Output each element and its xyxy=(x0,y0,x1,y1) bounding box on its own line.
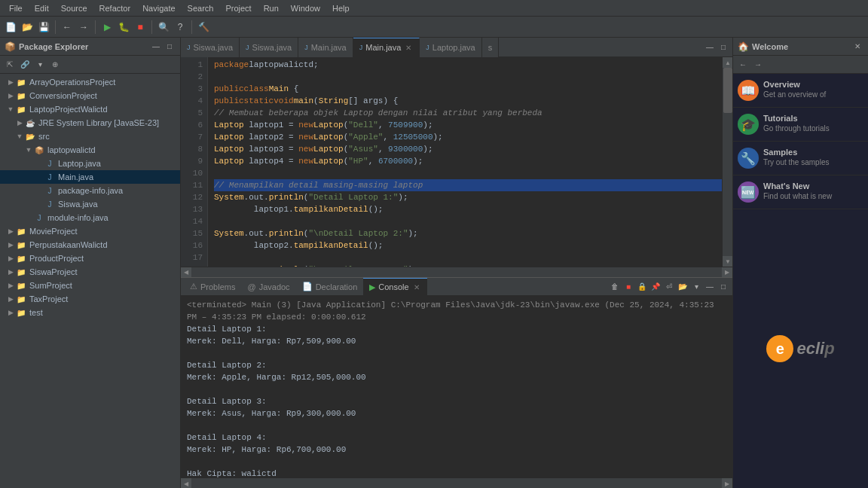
console-clear-btn[interactable]: 🗑 xyxy=(609,281,621,293)
console-pin-btn[interactable]: 📌 xyxy=(649,281,662,293)
tab-s[interactable]: s xyxy=(482,38,500,57)
toolbar-open[interactable]: 📂 xyxy=(20,20,35,35)
menu-edit[interactable]: Edit xyxy=(29,2,55,14)
console-scroll-lock-btn[interactable]: 🔒 xyxy=(636,281,648,293)
welcome-back-btn[interactable]: ← xyxy=(736,58,750,72)
scrollbar-down-btn[interactable]: ▼ xyxy=(723,256,732,267)
editor-maximize-btn[interactable]: □ xyxy=(717,41,729,53)
tree-item-main-java[interactable]: J Main.java xyxy=(0,170,180,184)
tab-siswa-java-2[interactable]: J Siswa.java xyxy=(240,38,298,57)
tree-item-jre[interactable]: ▶ ☕ JRE System Library [JavaSE-23] xyxy=(0,116,180,130)
console-minimize-btn[interactable]: — xyxy=(704,281,716,293)
tab-declaration[interactable]: 📄 Declaration xyxy=(296,278,364,296)
menu-file[interactable]: File xyxy=(3,2,29,14)
code-line-8: Laptop laptop3 = new Laptop("Asus", 9300… xyxy=(214,143,722,155)
welcome-forward-btn[interactable]: → xyxy=(751,58,765,72)
console-content[interactable]: <terminated> Main (3) [Java Application]… xyxy=(181,296,732,477)
menu-project[interactable]: Project xyxy=(219,2,257,14)
tree-item-siswa-java[interactable]: J Siswa.java xyxy=(0,197,180,211)
menu-refactor[interactable]: Refactor xyxy=(93,2,137,14)
menu-run[interactable]: Run xyxy=(258,2,285,14)
editor-scrollbar[interactable]: ▲ ▼ xyxy=(722,57,732,267)
scrollbar-thumb[interactable] xyxy=(723,68,732,113)
tab-main-java-2[interactable]: J Main.java ✕ xyxy=(353,38,420,57)
panel-maximize[interactable]: □ xyxy=(164,41,176,53)
welcome-close-btn[interactable]: ✕ xyxy=(851,41,863,53)
tree-item-module-info[interactable]: J module-info.java xyxy=(0,211,180,224)
welcome-item-samples[interactable]: 🔧 Samples Try out the samples xyxy=(733,142,868,175)
console-maximize-btn[interactable]: □ xyxy=(717,281,729,293)
menu-search[interactable]: Search xyxy=(182,2,220,14)
tree-label-array: ArrayOperationsProject xyxy=(29,78,115,87)
tree-item-movie-project[interactable]: ▶ 📁 MovieProject xyxy=(0,224,180,238)
toolbar-sep-4 xyxy=(191,20,192,34)
toolbar-debug[interactable]: 🐛 xyxy=(116,20,131,35)
tree-item-laptop-project[interactable]: ▼ 📁 LaptopProjectWalictd xyxy=(0,102,180,116)
toolbar-search[interactable]: 🔍 xyxy=(156,20,171,35)
console-select-display-btn[interactable]: ▾ xyxy=(690,281,702,293)
welcome-whats-new-desc: Find out what is new xyxy=(763,191,832,201)
collapse-all-btn[interactable]: ⇱ xyxy=(3,58,17,72)
welcome-item-overview[interactable]: 📖 Overview Get an overview of xyxy=(733,74,868,108)
editor-minimize-btn[interactable]: — xyxy=(704,41,716,53)
console-h-scroll[interactable]: ◀ ▶ xyxy=(181,477,732,488)
toolbar-save[interactable]: 💾 xyxy=(36,20,51,35)
java-icon-laptop: J xyxy=(44,158,56,169)
link-editor-btn[interactable]: 🔗 xyxy=(18,58,32,72)
toolbar-new[interactable]: 📄 xyxy=(3,20,18,35)
h-scroll-left-btn[interactable]: ◀ xyxy=(181,267,191,278)
toolbar-forward[interactable]: → xyxy=(76,20,91,35)
tree-item-product-project[interactable]: ▶ 📁 ProductProject xyxy=(0,252,180,265)
tree-item-siswa-project[interactable]: ▶ 📁 SiswaProject xyxy=(0,265,180,279)
tab-javadoc[interactable]: @ Javadoc xyxy=(241,278,295,296)
console-h-scroll-left[interactable]: ◀ xyxy=(181,478,191,488)
expand-btn[interactable]: ⊕ xyxy=(48,58,62,72)
tree-item-tax-project[interactable]: ▶ 📁 TaxProject xyxy=(0,292,180,306)
console-word-wrap-btn[interactable]: ⏎ xyxy=(663,281,675,293)
toolbar-build[interactable]: 🔨 xyxy=(196,20,211,35)
editor-h-scrollbar[interactable]: ◀ ▶ xyxy=(181,267,732,277)
tree-item-array-project[interactable]: ▶ 📁 ArrayOperationsProject xyxy=(0,75,180,89)
menu-source[interactable]: Source xyxy=(55,2,93,14)
view-menu-btn[interactable]: ▾ xyxy=(33,58,47,72)
tab-close-console[interactable]: ✕ xyxy=(412,283,421,291)
toolbar-run[interactable]: ▶ xyxy=(99,20,115,35)
toolbar-help[interactable]: ? xyxy=(173,20,188,35)
code-line-1: package laptopwalictd; xyxy=(214,59,722,71)
menu-help[interactable]: Help xyxy=(326,2,356,14)
welcome-item-whats-new[interactable]: 🆕 What's New Find out what is new xyxy=(733,175,868,209)
toolbar-stop[interactable]: ■ xyxy=(133,20,148,35)
tree-item-sum-project[interactable]: ▶ 📁 SumProject xyxy=(0,279,180,292)
console-output-line-7: Detail Laptop 3: xyxy=(187,395,726,407)
tab-main-java-1[interactable]: J Main.java xyxy=(298,38,353,57)
tree-item-laptopwalictd[interactable]: ▼ 📦 laptopwalictd xyxy=(0,143,180,157)
package-icon: 📦 xyxy=(33,145,45,155)
panel-minimize[interactable]: — xyxy=(150,41,162,53)
tree-item-conversion-project[interactable]: ▶ 📁 ConversionProject xyxy=(0,89,180,102)
h-scroll-right-btn[interactable]: ▶ xyxy=(722,267,732,278)
java-icon-siswa: J xyxy=(44,199,56,209)
scrollbar-up-btn[interactable]: ▲ xyxy=(723,57,732,68)
tab-laptop-java[interactable]: J Laptop.java xyxy=(420,38,481,57)
console-h-scroll-right[interactable]: ▶ xyxy=(722,478,732,488)
tree-item-package-info[interactable]: J package-info.java xyxy=(0,184,180,197)
code-area[interactable]: package laptopwalictd; public class Main… xyxy=(208,57,722,267)
tab-console[interactable]: ▶ Console ✕ xyxy=(363,278,426,296)
tree-item-src[interactable]: ▼ 📂 src xyxy=(0,130,180,143)
menu-window[interactable]: Window xyxy=(285,2,326,14)
tree-item-test-project[interactable]: ▶ 📁 test xyxy=(0,306,180,319)
tab-siswa-java-1[interactable]: J Siswa.java xyxy=(181,38,240,57)
menu-navigate[interactable]: Navigate xyxy=(136,2,181,14)
toolbar-back[interactable]: ← xyxy=(60,20,75,35)
console-open-file-btn[interactable]: 📂 xyxy=(677,281,689,293)
console-stop-btn[interactable]: ■ xyxy=(622,281,634,293)
tree-item-perpustakaan-project[interactable]: ▶ 📁 PerpustakaanWalictd xyxy=(0,238,180,252)
folder-icon-sum: 📁 xyxy=(15,280,27,291)
console-output-line-11: Merek: HP, Harga: Rp6,700,000.00 xyxy=(187,444,726,456)
welcome-item-tutorials[interactable]: 🎓 Tutorials Go through tutorials xyxy=(733,108,868,142)
menu-bar: File Edit Source Refactor Navigate Searc… xyxy=(0,0,868,17)
tree-item-laptop-java[interactable]: J Laptop.java xyxy=(0,157,180,170)
tab-problems[interactable]: ⚠ Problems xyxy=(184,278,241,296)
tab-close-main2[interactable]: ✕ xyxy=(404,44,413,52)
code-editor[interactable]: 12345 678910 1112131415 1617181920 packa… xyxy=(181,57,732,277)
